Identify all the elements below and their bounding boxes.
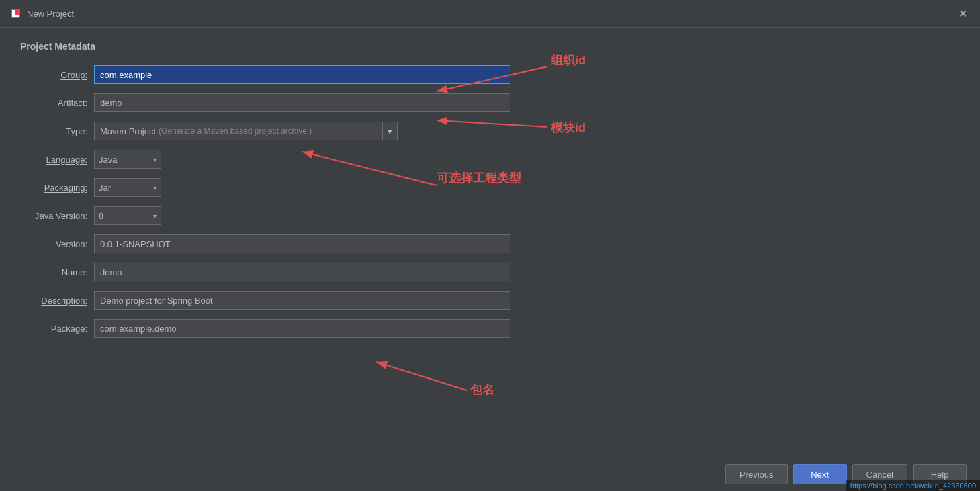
packaging-value: Jar: [99, 183, 111, 193]
group-row: Group:: [20, 65, 960, 84]
group-input[interactable]: [94, 65, 510, 84]
version-label: Version:: [20, 239, 94, 249]
intellij-icon: [9, 7, 21, 19]
annotation-package: 包名: [470, 383, 494, 396]
title-bar: New Project ✕: [0, 0, 980, 28]
description-input[interactable]: [94, 291, 510, 310]
title-bar-left: New Project: [9, 7, 74, 19]
artifact-row: Artifact:: [20, 93, 960, 112]
language-value: Java: [99, 154, 117, 165]
description-row: Description:: [20, 291, 960, 310]
svg-rect-2: [12, 15, 19, 17]
type-select[interactable]: Maven Project (Generate a Maven based pr…: [94, 122, 383, 140]
package-input[interactable]: [94, 319, 510, 338]
csdn-link: https://blog.csdn.net/weixin_42360600: [846, 480, 980, 491]
name-input[interactable]: [94, 263, 510, 281]
version-row: Version:: [20, 234, 960, 253]
dialog-footer: Previous Next Cancel Help: [0, 457, 980, 491]
previous-button[interactable]: Previous: [725, 464, 788, 484]
type-value: Maven Project: [100, 126, 156, 136]
type-label: Type:: [20, 126, 94, 136]
java-version-arrow: ▾: [153, 212, 157, 220]
language-row: Language: Java ▾: [20, 150, 960, 169]
language-label: Language:: [20, 154, 94, 165]
packaging-select[interactable]: Jar ▾: [94, 178, 161, 197]
group-label: Group:: [20, 70, 94, 80]
java-version-value: 8: [99, 211, 103, 221]
java-version-row: Java Version: 8 ▾: [20, 206, 960, 225]
artifact-label: Artifact:: [20, 98, 94, 108]
java-version-label: Java Version:: [20, 211, 94, 221]
packaging-arrow: ▾: [153, 184, 157, 191]
type-dropdown-arrow[interactable]: ▾: [383, 122, 398, 140]
language-arrow: ▾: [153, 156, 157, 163]
type-desc: (Generate a Maven based project archive.…: [159, 126, 312, 136]
packaging-label: Packaging:: [20, 183, 94, 193]
name-label: Name:: [20, 267, 94, 277]
svg-line-7: [376, 362, 467, 390]
version-input[interactable]: [94, 234, 510, 253]
close-button[interactable]: ✕: [954, 5, 971, 21]
package-label: Package:: [20, 324, 94, 334]
type-select-container: Maven Project (Generate a Maven based pr…: [94, 122, 398, 140]
dialog-content: Project Metadata Group: Artifact: Type: …: [0, 28, 980, 457]
name-row: Name:: [20, 263, 960, 281]
java-version-select[interactable]: 8 ▾: [94, 206, 161, 225]
language-select[interactable]: Java ▾: [94, 150, 161, 169]
next-button[interactable]: Next: [793, 464, 847, 484]
package-row: Package:: [20, 319, 960, 338]
new-project-dialog: New Project ✕ Project Metadata Group: Ar…: [0, 0, 980, 491]
description-label: Description:: [20, 296, 94, 306]
artifact-input[interactable]: [94, 93, 510, 112]
packaging-row: Packaging: Jar ▾: [20, 178, 960, 197]
type-row: Type: Maven Project (Generate a Maven ba…: [20, 122, 960, 140]
section-title: Project Metadata: [20, 41, 960, 52]
dialog-title: New Project: [27, 9, 74, 19]
